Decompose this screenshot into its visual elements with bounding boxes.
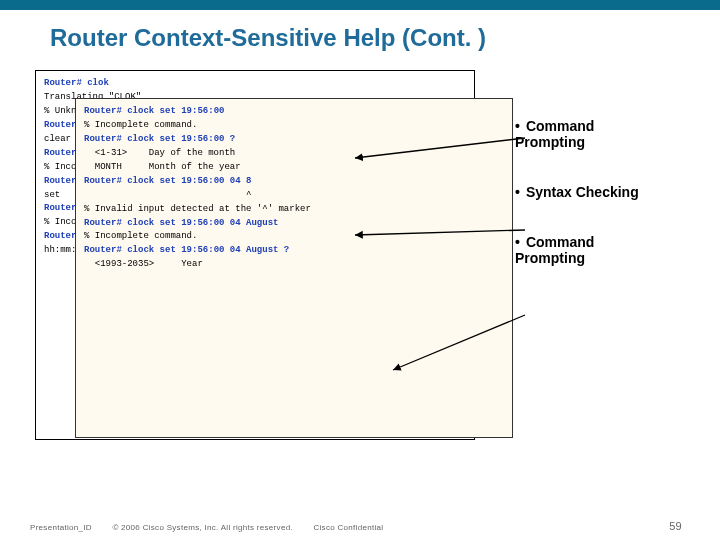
confidential: Cisco Confidential [313,523,383,532]
callout-command-prompting-1: •Command Prompting [515,118,655,150]
bullet-icon: • [515,184,520,200]
slide-title: Router Context-Sensitive Help (Cont. ) [50,24,720,52]
callout-label: Syntax Checking [526,184,639,200]
copyright: © 2006 Cisco Systems, Inc. All rights re… [112,523,293,532]
callout-syntax-checking: •Syntax Checking [515,184,655,200]
page-number: 59 [669,520,682,532]
terminal-front: Router# clock set 19:56:00% Incomplete c… [75,98,513,438]
callout-list: •Command Prompting •Syntax Checking •Com… [515,118,655,300]
bullet-icon: • [515,118,520,134]
presentation-id: Presentation_ID [30,523,92,532]
content-stage: Router# clokTranslating "CLOK"% Unknown … [35,70,655,460]
bullet-icon: • [515,234,520,250]
callout-label: Command Prompting [515,118,594,150]
callout-label: Command Prompting [515,234,594,266]
top-accent-bar [0,0,720,10]
callout-command-prompting-2: •Command Prompting [515,234,655,266]
footer: Presentation_ID © 2006 Cisco Systems, In… [30,523,700,532]
